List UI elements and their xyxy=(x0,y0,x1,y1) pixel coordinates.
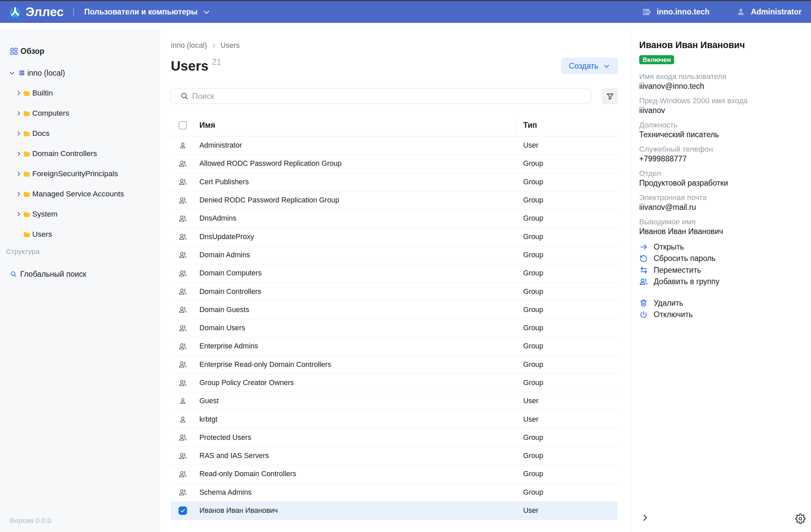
row-type: Group xyxy=(516,452,618,460)
field-label: Должность xyxy=(639,120,804,130)
tree-item-system[interactable]: System xyxy=(0,207,160,222)
table-row[interactable]: Domain AdminsGroup xyxy=(171,246,618,264)
sidebar-item-label: Глобальный поиск xyxy=(20,270,87,279)
module-switcher[interactable]: Пользователи и компьютеры xyxy=(85,7,211,16)
table-row[interactable]: AdministratorUser xyxy=(171,137,618,155)
domain-indicator[interactable]: inno.inno.tech xyxy=(643,7,709,16)
table-row[interactable]: DnsUpdateProxyGroup xyxy=(171,228,618,246)
action-arrow-right[interactable]: Открыть xyxy=(639,241,804,253)
breadcrumb-parent[interactable]: inno (local) xyxy=(171,41,207,50)
tree-item-label: ForeignSecurityPrincipals xyxy=(32,169,118,178)
row-name: Schema Admins xyxy=(199,488,516,497)
folder-icon xyxy=(24,171,30,177)
chevron-right-icon[interactable] xyxy=(16,131,22,137)
structure-section-label: Структура xyxy=(0,247,160,256)
tree-item-foreignsecurityprincipals[interactable]: ForeignSecurityPrincipals xyxy=(0,166,160,181)
chevron-right-icon[interactable] xyxy=(16,90,22,96)
app-logo-text: Эллес xyxy=(26,5,64,19)
tree-item-builtin[interactable]: Builtin xyxy=(0,86,160,101)
table-row[interactable]: Иванов Иван ИвановичUser xyxy=(171,502,618,520)
row-name: Domain Controllers xyxy=(199,288,516,296)
tree-item-label: Computers xyxy=(32,109,69,118)
table-row[interactable]: Enterprise Read-only Domain ControllersG… xyxy=(171,356,618,374)
select-all-checkbox[interactable] xyxy=(179,121,187,130)
table-row[interactable]: Read-only Domain ControllersGroup xyxy=(171,465,618,483)
group-icon xyxy=(179,160,187,168)
field-label: Служебный телефон xyxy=(639,144,804,154)
group-icon xyxy=(179,306,187,314)
chevron-right-icon[interactable] xyxy=(16,151,22,157)
chevron-right-icon[interactable] xyxy=(16,110,22,116)
breadcrumb-current[interactable]: Users xyxy=(220,41,240,50)
column-header-type[interactable]: Тип xyxy=(516,121,618,130)
row-checkbox-checked[interactable] xyxy=(179,506,187,515)
action-trash[interactable]: Удалить xyxy=(639,297,804,309)
sidebar-item-overview[interactable]: Обзор xyxy=(0,44,160,59)
tree-item-managed-service-accounts[interactable]: Managed Service Accounts xyxy=(0,187,160,201)
table-row[interactable]: RAS and IAS ServersGroup xyxy=(171,447,618,465)
details-field: Имя входа пользователяiiivanov@inno.tech xyxy=(639,72,804,91)
group-icon xyxy=(179,434,187,442)
table-row[interactable]: krbtgtUser xyxy=(171,410,618,428)
table-row[interactable]: Domain UsersGroup xyxy=(171,319,618,337)
server-icon xyxy=(643,8,651,16)
tree-item-computers[interactable]: Computers xyxy=(0,106,160,121)
table-row[interactable]: Domain ComputersGroup xyxy=(171,264,618,283)
row-name: DnsAdmins xyxy=(199,214,516,223)
table-row[interactable]: Denied RODC Password Replication GroupGr… xyxy=(171,191,618,210)
table-row[interactable]: Schema AdminsGroup xyxy=(171,484,618,502)
user-plus-icon xyxy=(639,277,648,286)
action-rotate-ccw[interactable]: Сбросить пароль xyxy=(639,253,804,265)
tree-item-users[interactable]: Users xyxy=(0,227,160,242)
table-row[interactable]: Domain ControllersGroup xyxy=(171,283,618,301)
row-type: Group xyxy=(516,196,618,204)
user-menu[interactable]: Administrator xyxy=(737,7,801,16)
tree-item-domain-controllers[interactable]: Domain Controllers xyxy=(0,146,160,161)
create-button[interactable]: Создать xyxy=(561,58,618,74)
field-label: Выводимое имя xyxy=(639,217,804,227)
settings-gear-icon[interactable] xyxy=(795,514,806,524)
details-field: ДолжностьТехнический писатель xyxy=(639,120,804,139)
row-name: Allowed RODC Password Replication Group xyxy=(199,159,516,168)
folder-icon xyxy=(24,212,30,217)
action-user-plus[interactable]: Добавить в группу xyxy=(639,276,804,288)
table-row[interactable]: Enterprise AdminsGroup xyxy=(171,337,618,355)
tree-item-label: Users xyxy=(32,230,52,239)
chevron-right-icon[interactable] xyxy=(16,191,22,197)
details-field: ОтделПродуктовой разработки xyxy=(639,168,804,188)
group-icon xyxy=(179,288,187,295)
chevron-down-icon xyxy=(603,63,610,70)
panel-collapse-button[interactable] xyxy=(641,514,649,522)
search-input[interactable] xyxy=(171,88,591,104)
tree-item-label: Managed Service Accounts xyxy=(32,190,124,198)
user-name: Administrator xyxy=(751,7,801,16)
action-label: Сбросить пароль xyxy=(654,254,716,263)
row-name: Domain Computers xyxy=(199,269,516,277)
folder-icon xyxy=(24,111,30,116)
row-name: Domain Admins xyxy=(199,251,516,259)
table-row[interactable]: DnsAdminsGroup xyxy=(171,210,618,228)
table-row[interactable]: Allowed RODC Password Replication GroupG… xyxy=(171,155,618,173)
tree-item-docs[interactable]: Docs xyxy=(0,126,160,141)
table-row[interactable]: Group Policy Creator OwnersGroup xyxy=(171,374,618,392)
action-power[interactable]: Отключить xyxy=(639,309,804,321)
chevron-right-icon[interactable] xyxy=(16,171,22,177)
table-row[interactable]: Domain GuestsGroup xyxy=(171,301,618,319)
row-type: Group xyxy=(516,470,618,478)
tree-root-domain[interactable]: inno (local) xyxy=(0,65,160,80)
column-header-name[interactable]: Имя xyxy=(199,121,516,130)
sidebar-item-global-search[interactable]: Глобальный поиск xyxy=(0,267,160,282)
table-row[interactable]: Protected UsersGroup xyxy=(171,429,618,447)
table-row[interactable]: Cert PublishersGroup xyxy=(171,173,618,191)
row-type: User xyxy=(516,397,618,405)
row-name: Domain Users xyxy=(199,324,516,332)
table-row[interactable]: GuestUser xyxy=(171,392,618,410)
filter-button[interactable] xyxy=(602,88,618,104)
chevron-right-icon[interactable] xyxy=(16,211,22,217)
group-icon xyxy=(179,251,187,259)
chevron-down-icon[interactable] xyxy=(9,70,15,76)
user-icon xyxy=(179,416,187,423)
group-icon xyxy=(179,269,187,277)
action-swap-arrows[interactable]: Переместить xyxy=(639,264,804,276)
group-icon xyxy=(179,324,187,332)
